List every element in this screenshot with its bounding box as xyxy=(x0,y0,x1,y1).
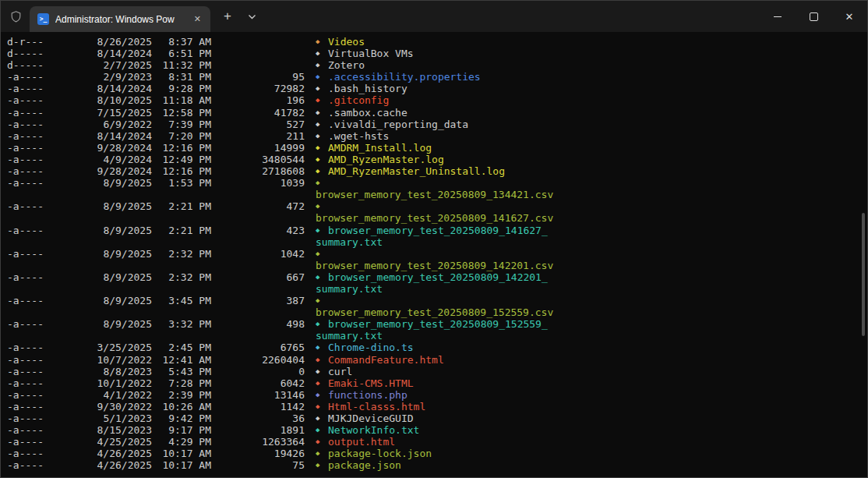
file-time: 7:28 PM xyxy=(152,377,211,389)
file-date: 4/1/2022 xyxy=(51,389,152,401)
file-name: .vivaldi_reporting_data xyxy=(328,119,468,130)
file-time: 3:45 PM xyxy=(152,295,211,306)
file-date: 8/9/2025 xyxy=(51,225,152,236)
file-date: 7/15/2025 xyxy=(51,107,152,119)
file-mode: -a---- xyxy=(7,71,51,83)
file-time: 3:32 PM xyxy=(152,318,211,330)
file-date: 9/28/2024 xyxy=(51,165,152,177)
file-type-icon: ◆ xyxy=(316,389,328,401)
file-type-icon: ◆ xyxy=(316,248,328,260)
titlebar-drag-area xyxy=(259,1,760,32)
file-type-icon: ◆ xyxy=(316,119,328,130)
file-mode: -a---- xyxy=(7,83,51,94)
file-type-icon: ◆ xyxy=(316,200,328,212)
output-line-wrap: summary.txt xyxy=(1,330,867,342)
file-time: 2:32 PM xyxy=(152,271,211,283)
file-name: AMD_RyzenMaster.log xyxy=(328,154,444,165)
file-type-icon: ◆ xyxy=(316,401,328,412)
file-size: 1263364 xyxy=(211,436,305,448)
file-size: 667 xyxy=(211,271,305,283)
file-time: 10:26 AM xyxy=(152,401,211,412)
scrollbar-thumb[interactable] xyxy=(862,213,865,336)
file-name: MJKJDeviceGUID xyxy=(328,412,414,424)
file-name: browser_memory_test_20250809_142201.csv xyxy=(316,260,553,271)
file-type-icon: ◆ xyxy=(316,459,328,471)
output-line: -a----6/9/20227:39 PM527◆.vivaldi_report… xyxy=(1,119,867,130)
output-line: -a----8/8/20235:43 PM0◆curl xyxy=(1,366,867,377)
output-line: -a----8/9/20252:32 PM667◆browser_memory_… xyxy=(1,271,867,283)
powershell-icon: >_ xyxy=(37,13,49,25)
output-line: -a----2/9/20238:31 PM95◆.accessibility.p… xyxy=(1,71,867,83)
file-mode: -a---- xyxy=(7,424,51,436)
file-name: Zotero xyxy=(328,59,365,71)
output-line: -a----9/28/202412:16 PM2718608◆AMD_Ryzen… xyxy=(1,165,867,177)
output-line: -a----4/9/202412:49 PM3480544◆AMD_RyzenM… xyxy=(1,154,867,165)
file-name: CommandFeature.html xyxy=(328,354,444,366)
output-line: -a----4/1/20222:39 PM13146◆functions.php xyxy=(1,389,867,401)
maximize-icon xyxy=(810,12,818,21)
file-date: 8/15/2023 xyxy=(51,424,152,436)
output-line: -a----10/7/202212:41 AM2260404◆CommandFe… xyxy=(1,354,867,366)
terminal-output[interactable]: d-r---8/26/20258:37 AM◆Videosd-----8/14/… xyxy=(1,32,867,477)
file-time: 9:28 PM xyxy=(152,83,211,94)
file-name: summary.txt xyxy=(316,330,383,342)
file-name: VirtualBox VMs xyxy=(328,48,414,59)
file-type-icon: ◆ xyxy=(316,377,328,389)
file-date: 9/30/2022 xyxy=(51,401,152,412)
new-tab-button[interactable]: + xyxy=(220,9,235,24)
file-time: 2:45 PM xyxy=(152,342,211,353)
file-date: 8/9/2025 xyxy=(51,248,152,260)
close-button[interactable]: ✕ xyxy=(831,1,867,32)
output-line-wrap: summary.txt xyxy=(1,283,867,295)
file-size: 527 xyxy=(211,119,305,130)
output-line: -a----4/26/202510:17 AM75◆package.json xyxy=(1,459,867,471)
file-mode: -a---- xyxy=(7,389,51,401)
file-time: 2:21 PM xyxy=(152,200,211,212)
file-name: output.html xyxy=(328,436,395,448)
file-size: 41782 xyxy=(211,107,305,119)
file-size: 95 xyxy=(211,71,305,83)
file-type-icon: ◆ xyxy=(316,295,328,306)
file-type-icon: ◆ xyxy=(316,412,328,424)
file-mode: -a---- xyxy=(7,342,51,353)
output-line: -a----5/1/20239:42 PM36◆MJKJDeviceGUID xyxy=(1,412,867,424)
file-size: 423 xyxy=(211,225,305,236)
tab-close-icon[interactable]: ✕ xyxy=(192,14,203,24)
file-name: package-lock.json xyxy=(328,448,432,459)
file-mode: -a---- xyxy=(7,119,51,130)
file-time: 12:16 PM xyxy=(152,142,211,154)
file-time: 4:29 PM xyxy=(152,436,211,448)
file-name: Chrome-dino.ts xyxy=(328,342,414,353)
maximize-button[interactable] xyxy=(796,1,831,32)
output-line: -a----8/10/202511:18 AM196◆.gitconfig xyxy=(1,94,867,106)
file-date: 9/28/2024 xyxy=(51,142,152,154)
file-date: 8/10/2025 xyxy=(51,94,152,106)
output-line: -a----8/9/20253:32 PM498◆browser_memory_… xyxy=(1,318,867,330)
file-type-icon: ◆ xyxy=(316,142,328,154)
file-name: curl xyxy=(328,366,352,377)
file-size: 1142 xyxy=(211,401,305,412)
file-size: 498 xyxy=(211,318,305,330)
file-mode: -a---- xyxy=(7,377,51,389)
file-date: 2/7/2025 xyxy=(51,59,152,71)
file-time: 10:17 AM xyxy=(152,459,211,471)
output-line: -a----8/15/20239:17 PM1891◆NetworkInfo.t… xyxy=(1,424,867,436)
file-mode: -a---- xyxy=(7,354,51,366)
file-date: 4/25/2025 xyxy=(51,436,152,448)
tab-powershell[interactable]: >_ Administrator: Windows Pow ✕ xyxy=(30,6,210,32)
file-type-icon: ◆ xyxy=(316,424,328,436)
minimize-button[interactable] xyxy=(760,1,796,32)
tab-dropdown-button[interactable] xyxy=(245,11,259,23)
file-date: 8/9/2025 xyxy=(51,318,152,330)
file-time: 8:31 PM xyxy=(152,71,211,83)
file-date: 8/9/2025 xyxy=(51,177,152,189)
file-name: functions.php xyxy=(328,389,408,401)
file-type-icon: ◆ xyxy=(316,107,328,119)
titlebar: >_ Administrator: Windows Pow ✕ + ✕ xyxy=(1,1,867,32)
file-date: 8/14/2024 xyxy=(51,130,152,142)
file-size: 6765 xyxy=(211,342,305,353)
file-size: 13146 xyxy=(211,389,305,401)
file-size: 1042 xyxy=(211,248,305,260)
file-type-icon: ◆ xyxy=(316,48,328,59)
file-mode: -a---- xyxy=(7,154,51,165)
